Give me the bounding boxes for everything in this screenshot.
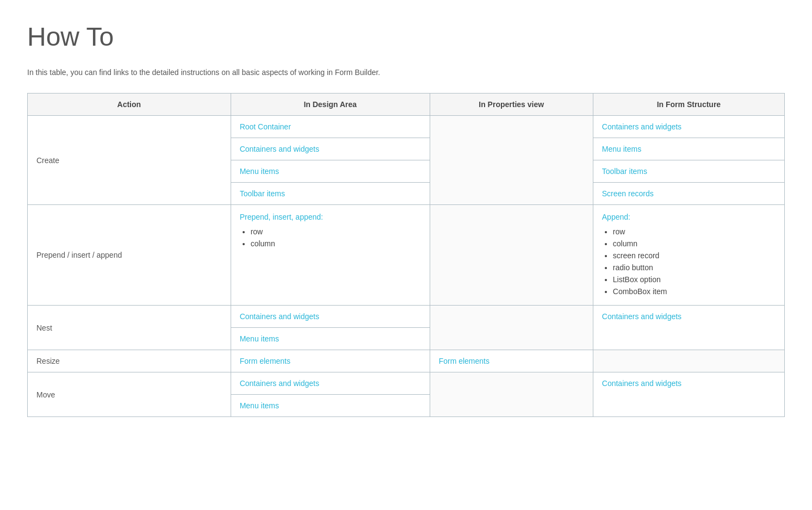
col-header-design-area: In Design Area <box>231 94 430 116</box>
intro-text: In this table, you can find links to the… <box>27 68 785 77</box>
list-item-column-design: column <box>251 238 421 250</box>
link-containers-widgets-create-form[interactable]: Containers and widgets <box>602 121 776 132</box>
form-structure-nest: Containers and widgets <box>593 306 784 350</box>
form-structure-move: Containers and widgets <box>593 372 784 417</box>
action-resize: Resize <box>28 350 231 372</box>
properties-view-prepend <box>430 205 593 306</box>
col-header-action: Action <box>28 94 231 116</box>
append-form-list: row column screen record radio button Li… <box>602 226 776 297</box>
list-item-radio-button-form: radio button <box>613 262 776 273</box>
link-toolbar-items-create-form[interactable]: Toolbar items <box>602 166 776 177</box>
table-row-create: Create Root Container Containers and wid… <box>28 116 785 205</box>
list-item-row-design: row <box>251 226 421 238</box>
table-row-nest: Nest Containers and widgets Menu items C… <box>28 306 785 350</box>
link-prepend-insert-append[interactable]: Prepend, insert, append: <box>240 212 323 222</box>
prepend-design-list: row column <box>240 226 421 250</box>
link-menu-items-move-design[interactable]: Menu items <box>240 400 421 411</box>
link-menu-items-create-design[interactable]: Menu items <box>240 166 421 177</box>
list-item-row-form: row <box>613 226 776 238</box>
design-area-prepend: Prepend, insert, append: row column <box>231 205 430 306</box>
properties-view-nest <box>430 306 593 350</box>
link-root-container[interactable]: Root Container <box>240 121 421 132</box>
table-row-resize: Resize Form elements Form elements <box>28 350 785 372</box>
how-to-table: Action In Design Area In Properties view… <box>27 93 785 417</box>
list-item-combobox-item-form: ComboBox item <box>613 285 776 297</box>
form-structure-resize <box>593 350 784 372</box>
link-form-elements-resize-design[interactable]: Form elements <box>240 356 421 366</box>
col-header-properties-view: In Properties view <box>430 94 593 116</box>
link-containers-widgets-nest-form[interactable]: Containers and widgets <box>602 311 776 322</box>
list-item-screen-record-form: screen record <box>613 250 776 262</box>
link-containers-widgets-move-form[interactable]: Containers and widgets <box>602 378 776 389</box>
link-containers-widgets-nest-design[interactable]: Containers and widgets <box>240 311 421 322</box>
design-area-resize: Form elements <box>231 350 430 372</box>
link-form-elements-resize-props[interactable]: Form elements <box>439 356 584 366</box>
action-move: Move <box>28 372 231 417</box>
list-item-column-form: column <box>613 238 776 250</box>
link-menu-items-create-form[interactable]: Menu items <box>602 144 776 154</box>
list-item-listbox-option-form: ListBox option <box>613 273 776 285</box>
properties-view-create <box>430 116 593 205</box>
action-nest: Nest <box>28 306 231 350</box>
link-menu-items-nest-design[interactable]: Menu items <box>240 333 421 344</box>
link-containers-widgets-move-design[interactable]: Containers and widgets <box>240 378 421 389</box>
form-structure-create: Containers and widgets Menu items Toolba… <box>593 116 784 205</box>
link-screen-records-create-form[interactable]: Screen records <box>602 188 776 199</box>
action-prepend: Prepend / insert / append <box>28 205 231 306</box>
link-toolbar-items-create-design[interactable]: Toolbar items <box>240 188 421 199</box>
action-create: Create <box>28 116 231 205</box>
col-header-form-structure: In Form Structure <box>593 94 784 116</box>
table-row-prepend: Prepend / insert / append Prepend, inser… <box>28 205 785 306</box>
table-row-move: Move Containers and widgets Menu items C… <box>28 372 785 417</box>
design-area-create: Root Container Containers and widgets Me… <box>231 116 430 205</box>
properties-view-move <box>430 372 593 417</box>
link-containers-widgets-create-design[interactable]: Containers and widgets <box>240 144 421 154</box>
design-area-move: Containers and widgets Menu items <box>231 372 430 417</box>
page-title: How To <box>27 22 785 52</box>
form-structure-prepend: Append: row column screen record radio b… <box>593 205 784 306</box>
properties-view-resize: Form elements <box>430 350 593 372</box>
design-area-nest: Containers and widgets Menu items <box>231 306 430 350</box>
link-append-form-structure[interactable]: Append: <box>602 213 630 221</box>
